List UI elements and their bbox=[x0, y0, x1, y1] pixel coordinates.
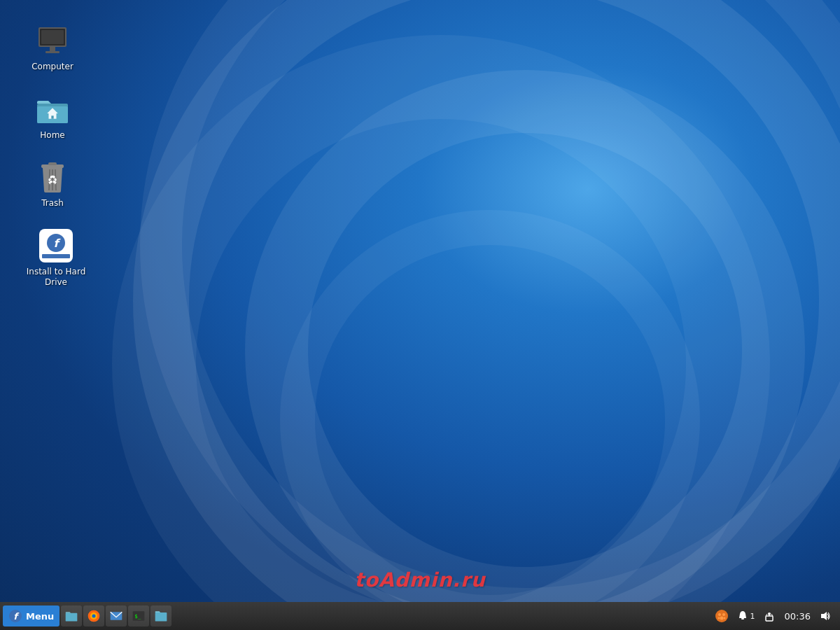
svg-rect-4 bbox=[41, 30, 64, 44]
menu-label: Menu bbox=[26, 611, 54, 622]
svg-text:♻: ♻ bbox=[48, 173, 57, 186]
svg-rect-35 bbox=[741, 618, 744, 620]
svg-point-24 bbox=[92, 615, 96, 618]
taskbar-files-button[interactable] bbox=[61, 606, 82, 626]
bell-icon bbox=[737, 610, 748, 622]
svg-rect-36 bbox=[766, 616, 773, 621]
trash-icon-image: ♻ bbox=[36, 160, 69, 194]
home-folder-icon bbox=[36, 92, 69, 126]
taskbar-mail-button[interactable] bbox=[106, 606, 127, 626]
fedora-install-icon: f bbox=[39, 229, 73, 262]
svg-rect-3 bbox=[46, 51, 59, 53]
computer-icon bbox=[36, 24, 69, 57]
svg-rect-9 bbox=[51, 115, 53, 118]
svg-text:$_: $_ bbox=[134, 613, 141, 620]
trash-icon: ♻ bbox=[36, 160, 69, 194]
bg-swoosh-3 bbox=[280, 210, 700, 630]
computer-icon-label: Computer bbox=[31, 62, 74, 73]
desktop-icon-trash[interactable]: ♻ Trash bbox=[21, 158, 84, 212]
taskbar-tray: 1 00:36 bbox=[712, 608, 837, 624]
desktop-icon-install[interactable]: f Install to Hard Drive bbox=[21, 226, 91, 291]
tray-notification-button[interactable]: 1 bbox=[734, 609, 758, 623]
svg-point-30 bbox=[718, 613, 721, 616]
svg-marker-41 bbox=[821, 612, 827, 620]
files-icon bbox=[64, 609, 78, 623]
svg-point-29 bbox=[715, 610, 728, 622]
svg-rect-11 bbox=[48, 162, 57, 165]
menu-button[interactable]: f Menu bbox=[3, 606, 59, 626]
bg-swoosh-1 bbox=[140, 0, 840, 630]
home-icon-label: Home bbox=[40, 130, 64, 141]
volume-icon bbox=[820, 610, 832, 622]
desktop-icon-home[interactable]: Home bbox=[21, 90, 84, 144]
taskbar: f Menu bbox=[0, 602, 840, 630]
trash-icon-label: Trash bbox=[41, 198, 64, 209]
svg-rect-2 bbox=[50, 47, 55, 51]
install-icon-image: f bbox=[39, 229, 73, 262]
mail-icon bbox=[109, 609, 123, 623]
filemanager-icon bbox=[154, 609, 168, 623]
tray-clock[interactable]: 00:36 bbox=[780, 610, 815, 623]
svg-rect-28 bbox=[155, 612, 167, 622]
taskbar-terminal-button[interactable]: $_ bbox=[128, 606, 149, 626]
terminal-icon: $_ bbox=[132, 609, 146, 623]
notification-count: 1 bbox=[750, 612, 755, 621]
install-icon-label: Install to Hard Drive bbox=[24, 267, 88, 288]
clock-time: 00:36 bbox=[785, 611, 811, 622]
cinnamon-icon bbox=[715, 609, 729, 623]
svg-point-37 bbox=[768, 612, 771, 615]
tray-volume-button[interactable] bbox=[818, 609, 834, 623]
desktop-icon-computer[interactable]: Computer bbox=[21, 21, 84, 76]
desktop: Computer bbox=[0, 0, 840, 630]
watermark: toAdmin.ru bbox=[354, 568, 485, 592]
network-icon bbox=[764, 610, 775, 622]
fedora-menu-icon: f bbox=[8, 609, 22, 623]
svg-point-32 bbox=[720, 617, 723, 620]
tray-cinnamon-button[interactable] bbox=[712, 608, 732, 624]
taskbar-filemanager-button[interactable] bbox=[150, 606, 172, 626]
svg-rect-18 bbox=[42, 254, 70, 258]
taskbar-firefox-button[interactable] bbox=[83, 606, 104, 626]
svg-rect-21 bbox=[66, 613, 78, 622]
computer-icon-image bbox=[36, 24, 69, 57]
svg-point-31 bbox=[722, 613, 725, 616]
bg-swoosh-2 bbox=[245, 70, 805, 630]
desktop-icons-container: Computer bbox=[21, 21, 91, 291]
home-icon-image bbox=[36, 92, 69, 126]
tray-network-button[interactable] bbox=[761, 609, 778, 623]
svg-point-34 bbox=[723, 617, 725, 620]
firefox-icon bbox=[87, 609, 101, 623]
svg-point-33 bbox=[718, 617, 720, 620]
